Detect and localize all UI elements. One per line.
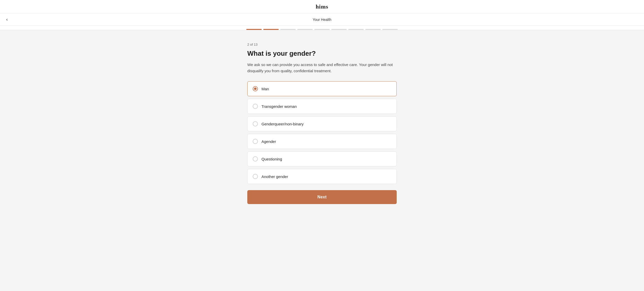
option-item-another-gender[interactable]: Another gender	[247, 169, 397, 184]
sub-header-title: Your Health	[313, 18, 332, 22]
option-label-genderqueer: Genderqueer/non-binary	[261, 122, 303, 126]
progress-segment-6	[331, 29, 347, 30]
radio-outer-agender	[253, 139, 258, 144]
progress-segment-1	[246, 29, 262, 30]
back-button[interactable]: ‹	[6, 17, 8, 22]
sub-header: ‹ Your Health	[0, 13, 644, 26]
radio-inner-man	[254, 87, 257, 90]
radio-outer-questioning	[253, 156, 258, 161]
option-item-agender[interactable]: Agender	[247, 134, 397, 149]
next-button[interactable]: Next	[247, 190, 397, 204]
radio-outer-another-gender	[253, 174, 258, 179]
option-label-transgender-woman: Transgender woman	[261, 104, 297, 109]
form-container: 2 of 13 What is your gender? We ask so w…	[247, 43, 397, 204]
option-item-questioning[interactable]: Questioning	[247, 151, 397, 166]
question-title: What is your gender?	[247, 50, 397, 58]
radio-outer-man	[253, 86, 258, 91]
progress-segment-7	[348, 29, 364, 30]
progress-bar	[0, 26, 644, 30]
option-item-transgender-woman[interactable]: Transgender woman	[247, 99, 397, 114]
progress-segment-9	[382, 29, 398, 30]
logo: hims	[316, 3, 328, 10]
option-item-man[interactable]: Man	[247, 81, 397, 96]
option-label-questioning: Questioning	[261, 157, 282, 161]
option-label-agender: Agender	[261, 139, 276, 144]
option-label-man: Man	[261, 87, 269, 91]
question-description: We ask so we can provide you access to s…	[247, 62, 397, 74]
progress-segment-4	[297, 29, 313, 30]
options-list: ManTransgender womanGenderqueer/non-bina…	[247, 81, 397, 184]
step-indicator: 2 of 13	[247, 43, 397, 46]
progress-segment-5	[314, 29, 330, 30]
radio-outer-transgender-woman	[253, 104, 258, 109]
header: hims	[0, 0, 644, 13]
progress-segment-3	[280, 29, 296, 30]
option-label-another-gender: Another gender	[261, 174, 288, 179]
progress-segment-8	[365, 29, 381, 30]
main-content: 2 of 13 What is your gender? We ask so w…	[0, 30, 644, 216]
option-item-genderqueer[interactable]: Genderqueer/non-binary	[247, 116, 397, 131]
radio-outer-genderqueer	[253, 121, 258, 126]
progress-segment-2	[263, 29, 279, 30]
